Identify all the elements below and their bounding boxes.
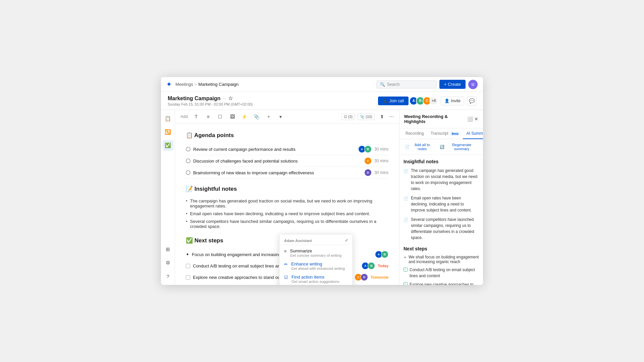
toolbar-chevron-btn[interactable]: ▾	[276, 112, 285, 121]
toolbar-checkbox-btn[interactable]: ☐	[216, 112, 225, 121]
toolbar-list-btn[interactable]: ≡	[204, 112, 213, 121]
panel-focus-item: ✦ We shall focus on building engagement …	[404, 255, 479, 264]
panel-step-checkbox[interactable]	[404, 282, 408, 285]
attachment-badge[interactable]: 📎 (10)	[358, 114, 375, 120]
breadcrumb: Meetings > Marketing Campaign	[175, 82, 238, 87]
action-items-sub: Get smart action suggestions	[291, 280, 339, 284]
title-dots[interactable]: ···	[222, 96, 226, 101]
breadcrumb-current[interactable]: Marketing Campaign	[198, 82, 238, 87]
summarize-icon: ≡	[284, 249, 287, 254]
panel-step-text: Conduct A/B testing on email subject lin…	[410, 267, 479, 279]
add-label: Add:	[180, 114, 189, 119]
agenda-avatar-3: C	[364, 157, 372, 165]
tab-recording[interactable]: Recording	[402, 128, 427, 139]
join-call-icon: 📞	[383, 99, 388, 103]
regenerate-label: Regenerate summary	[446, 143, 478, 151]
page-title: Marketing Campaign ··· ☆	[168, 95, 253, 102]
agenda-time: 30 mins	[374, 159, 388, 163]
checkbox-icon: ☑	[344, 115, 347, 119]
sidebar-icon-schedule[interactable]: 📋	[163, 113, 173, 124]
agenda-radio[interactable]	[186, 170, 191, 175]
breadcrumb-sep: >	[195, 82, 197, 87]
regenerate-btn[interactable]: 🔃 Regenerate summary	[438, 142, 480, 152]
step-checkbox[interactable]	[186, 264, 190, 268]
sidebar-icon-sync[interactable]: 🔁	[163, 127, 173, 137]
more-btn[interactable]: ···	[389, 114, 394, 120]
header-actions: 📞 Join call A B C +4 👤 Invite 💬	[378, 96, 476, 106]
panel-tabs: Recording Transcript Beta AI Summary Bet…	[399, 128, 483, 139]
toolbar-image-btn[interactable]: 🖼	[228, 112, 237, 121]
panel-step-checkbox[interactable]	[404, 267, 408, 272]
step-date: Tomorrow	[371, 275, 388, 279]
add-all-label: Add all to notes	[411, 143, 434, 151]
agenda-item: Discussion of challenges faced and poten…	[186, 155, 388, 167]
panel-focus-text: We shall focus on building engagement an…	[409, 255, 479, 264]
invite-label: Invite	[451, 99, 461, 103]
panel-note-text: The campaign has generated good traction…	[411, 168, 479, 192]
panel-expand-btn[interactable]: ⬜	[467, 116, 473, 122]
transcript-beta: Beta	[450, 132, 460, 136]
invite-button[interactable]: 👤 Invite	[441, 97, 464, 105]
panel-next-steps: Next steps ✦ We shall focus on building …	[404, 246, 479, 285]
task-badge[interactable]: ☑ (3)	[341, 114, 355, 120]
regenerate-icon: 🔃	[440, 145, 444, 149]
enhance-sub: Get ahead with enhanced writing	[291, 266, 345, 270]
panel-header: Meeting Recording & Highlights ⬜ ✕	[399, 110, 483, 128]
summarize-label: Summarize	[290, 248, 341, 253]
page-title-area: Marketing Campaign ··· ☆ Sunday Feb 15, …	[168, 95, 253, 106]
enhance-icon: ✏	[284, 262, 288, 267]
search-placeholder: Search	[387, 82, 400, 87]
user-avatar[interactable]: U	[468, 80, 478, 89]
search-bar[interactable]: 🔍 Search	[376, 80, 437, 88]
agenda-radio[interactable]	[186, 159, 191, 163]
panel-note-item: 📄 Several competitors have launched simi…	[404, 217, 479, 241]
notes-heading: 📝 Insightful notes	[186, 185, 388, 192]
toolbar-plus-btn[interactable]: ＋	[264, 112, 273, 121]
action-items-label: Find action items	[291, 275, 339, 280]
breadcrumb-meetings[interactable]: Meetings	[175, 82, 193, 87]
tab-transcript[interactable]: Transcript Beta	[427, 128, 463, 139]
star-icon[interactable]: ☆	[228, 95, 233, 102]
note-item: • Several competitors have launched simi…	[186, 218, 388, 230]
step-checkbox[interactable]	[186, 275, 190, 280]
step-avatars: A B	[376, 251, 388, 258]
panel-actions: 📄 Add all to notes 🔃 Regenerate summary	[399, 139, 483, 155]
sidebar-icon-grid[interactable]: ⊞	[163, 244, 173, 255]
toolbar-share-btn[interactable]: ⬆	[377, 112, 387, 121]
join-call-label: Join call	[389, 99, 404, 103]
panel-step-item: Conduct A/B testing on email subject lin…	[404, 267, 479, 279]
expand-icon[interactable]: ⤢	[345, 238, 348, 243]
panel-note-item: 📄 Email open rates have been declining, …	[404, 195, 479, 213]
note-item: • Email open rates have been declining, …	[186, 210, 388, 218]
add-all-notes-btn[interactable]: 📄 Add all to notes	[403, 142, 436, 152]
invite-icon: 👤	[444, 99, 449, 103]
toolbar-filter-btn[interactable]: ⚡	[240, 112, 249, 121]
toolbar-text-btn[interactable]: T	[192, 112, 201, 121]
join-call-button[interactable]: 📞 Join call	[378, 97, 409, 105]
agenda-heading: 📋 Agenda points	[186, 132, 388, 139]
tab-recording-label: Recording	[406, 131, 424, 136]
sidebar-icon-help[interactable]: ?	[163, 271, 173, 282]
task-count: (3)	[348, 115, 353, 119]
message-button[interactable]: 💬	[467, 96, 476, 106]
agenda-radio[interactable]	[186, 147, 191, 152]
context-menu-action-items[interactable]: ☑ Find action items Get smart action sug…	[279, 273, 353, 285]
sidebar-icon-settings[interactable]: ⚙	[163, 257, 173, 268]
create-button[interactable]: + Create	[439, 80, 466, 89]
step-avatar: D	[361, 274, 368, 281]
note-doc-icon: 📄	[404, 217, 408, 241]
tab-ai-summary[interactable]: AI Summary Beta	[463, 128, 483, 139]
context-menu-header: Adam Assistant ⤢	[279, 236, 353, 245]
app-logo[interactable]: ✦	[166, 81, 171, 88]
context-menu: Adam Assistant ⤢ ≡ Summarize Get concise…	[279, 234, 353, 285]
bullet-icon: •	[186, 211, 187, 216]
agenda-time: 30 mins	[374, 147, 388, 152]
step-date: Today	[378, 264, 388, 268]
context-menu-summarize[interactable]: ≡ Summarize Get concise summary of writi…	[279, 246, 353, 259]
insightful-notes: 📝 Insightful notes • The campaign has ge…	[186, 185, 388, 230]
tab-transcript-label: Transcript	[431, 131, 448, 136]
toolbar-attach-btn[interactable]: 📎	[252, 112, 261, 121]
context-menu-enhance[interactable]: ✏ Enhance writing Get ahead with enhance…	[279, 259, 353, 273]
sidebar-icon-tasks[interactable]: ✅	[163, 140, 173, 151]
panel-close-btn[interactable]: ✕	[474, 116, 478, 122]
